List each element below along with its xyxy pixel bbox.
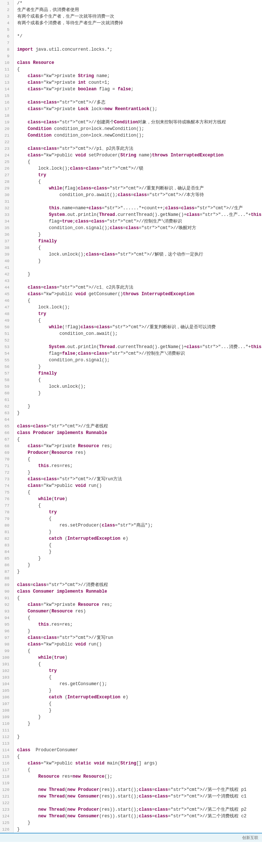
line-number: 119 [0, 780, 13, 786]
line-number: 123 [0, 806, 13, 813]
code-line: } [13, 714, 262, 720]
table-row: 70 { [0, 456, 262, 463]
code-line: } [13, 687, 262, 694]
table-row: 54 flag=false;class=class="str">"cmt">//… [0, 350, 262, 357]
table-row: 32 this.name=name+class="str">"......"+c… [0, 205, 262, 211]
line-number: 29 [0, 185, 13, 192]
code-line: } [13, 549, 262, 555]
line-number: 39 [0, 251, 13, 258]
table-row: 55 condition_pro.signal(); [0, 357, 262, 364]
table-row: 51 condition_con.await(); [0, 330, 262, 337]
code-line: { [13, 159, 262, 165]
table-row: 98 class="kw">public void run() [0, 641, 262, 648]
code-line [13, 800, 262, 806]
code-line: class=class="str">"cmt">//p1、p2共享此方法 [13, 145, 262, 152]
table-row: 88 [0, 575, 262, 582]
code-line: class Resource [13, 59, 262, 66]
code-line: } [13, 720, 262, 727]
table-row: 64 [0, 416, 262, 423]
line-number: 46 [0, 297, 13, 304]
line-number: 8 [0, 46, 13, 53]
line-number: 75 [0, 489, 13, 496]
table-row: 100 while(true) [0, 654, 262, 661]
line-number: 96 [0, 628, 13, 634]
line-number: 104 [0, 681, 13, 687]
code-line: Consumer(Resource res) [13, 608, 262, 615]
code-line: while(true) [13, 496, 262, 502]
table-row: 101 { [0, 661, 262, 668]
line-number: 118 [0, 773, 13, 780]
line-number: 86 [0, 562, 13, 568]
code-line: lock.lock();class=class="str">"cmt">//锁 [13, 165, 262, 172]
table-row: 68 class="kw">private Resource res; [0, 443, 262, 449]
code-line [13, 53, 262, 59]
code-line: { [13, 753, 262, 760]
table-row: 42 } [0, 271, 262, 278]
table-row: 122 [0, 800, 262, 806]
code-container: 1/*2生产者生产商品，供消费者使用3有两个或着多个生产者，生产一次就等待消费一… [0, 0, 262, 842]
code-line: class="kw">public void run() [13, 641, 262, 648]
table-row: 115{ [0, 753, 262, 760]
line-number: 101 [0, 661, 13, 668]
table-row: 14 class="kw">private boolean flag = fal… [0, 86, 262, 93]
code-line: class="kw">public static void main(Strin… [13, 760, 262, 767]
code-line: this.res=res; [13, 463, 262, 469]
code-line: class=class="str">"cmt">//多态 [13, 99, 262, 106]
code-line [13, 93, 262, 99]
code-line: { [13, 317, 262, 324]
line-number: 68 [0, 443, 13, 449]
code-line: } [13, 258, 262, 264]
table-row: 92 class="kw">private Resource res; [0, 601, 262, 608]
line-number: 19 [0, 119, 13, 126]
table-row: 72 } [0, 469, 262, 476]
line-number: 66 [0, 430, 13, 436]
line-number: 76 [0, 496, 13, 502]
line-number: 50 [0, 324, 13, 330]
code-line [13, 416, 262, 423]
table-row: 39 lock.unlock();class=class="str">"cmt"… [0, 251, 262, 258]
line-number: 87 [0, 568, 13, 575]
table-row: 113 [0, 740, 262, 747]
line-number: 80 [0, 522, 13, 529]
table-row: 23 class=class="str">"cmt">//p1、p2共享此方法 [0, 145, 262, 152]
table-row: 20 Condition condition_pro=lock.newCondi… [0, 126, 262, 132]
code-line: } [13, 628, 262, 634]
table-row: 84 } [0, 549, 262, 555]
code-line: try [13, 668, 262, 674]
table-row: 13 class="kw">private int count=1; [0, 79, 262, 86]
table-row: 89class=class="str">"cmt">//消费者线程 [0, 582, 262, 588]
line-number: 42 [0, 271, 13, 278]
line-number: 102 [0, 668, 13, 674]
code-line: } [13, 820, 262, 826]
code-line: 生产者生产商品，供消费者使用 [13, 7, 262, 13]
code-line: Condition condition_pro=lock.newConditio… [13, 126, 262, 132]
code-line: { [13, 436, 262, 443]
code-line: class=class="str">"cmt">//复写run [13, 634, 262, 641]
line-number: 44 [0, 284, 13, 291]
code-line: { [13, 516, 262, 522]
table-row: 80 res.setProducer(class="str">"商品"); [0, 522, 262, 529]
line-number: 10 [0, 59, 13, 66]
code-line: this.name=name+class="str">"......"+coun… [13, 205, 262, 211]
line-number: 16 [0, 99, 13, 106]
table-row: 114class ProducerConsumer [0, 747, 262, 753]
table-row: 124 new Thread(new Consumer(res)).start(… [0, 813, 262, 820]
table-row: 18 [0, 112, 262, 119]
line-number: 92 [0, 601, 13, 608]
line-number: 124 [0, 813, 13, 820]
code-line: } [13, 231, 262, 238]
table-row: 116 class="kw">public static void main(S… [0, 760, 262, 767]
line-number: 33 [0, 211, 13, 218]
line-number: 103 [0, 674, 13, 681]
line-number: 57 [0, 370, 13, 377]
code-line: class="kw">public void setProducer(Strin… [13, 152, 262, 159]
table-row: 71 this.res=res; [0, 463, 262, 469]
table-row: 99 { [0, 648, 262, 654]
line-number: 53 [0, 344, 13, 350]
table-row: 65class=class="str">"cmt">//生产者线程 [0, 423, 262, 430]
table-row: 4有两个或着多个消费者，等待生产者生产一次就消费掉 [0, 20, 262, 26]
table-row: 117 { [0, 767, 262, 773]
table-row: 61 [0, 397, 262, 403]
code-line: condition_pro.signal(); [13, 357, 262, 364]
table-row: 76 while(true) [0, 496, 262, 502]
